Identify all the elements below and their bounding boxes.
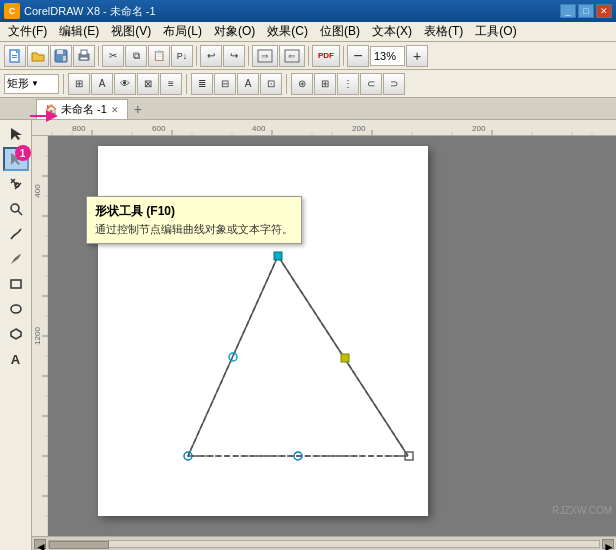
toolbox: 1 A	[0, 120, 32, 550]
menu-effect[interactable]: 效果(C)	[261, 22, 314, 41]
tb2-btn7[interactable]: ⊟	[214, 73, 236, 95]
separator-2	[196, 46, 197, 66]
cut-button[interactable]: ✂	[102, 45, 124, 67]
svg-text:400: 400	[252, 124, 266, 133]
canvas-with-ruler: 400 1200	[32, 136, 616, 536]
tab-bar: 🏠 未命名 -1 ✕ +	[0, 98, 616, 120]
scroll-thumb[interactable]	[49, 541, 109, 549]
close-button[interactable]: ✕	[596, 4, 612, 18]
tb2-btn8[interactable]: A	[237, 73, 259, 95]
menu-object[interactable]: 对象(O)	[208, 22, 261, 41]
tab-label: 未命名 -1	[61, 102, 107, 117]
save-button[interactable]	[50, 45, 72, 67]
export-button[interactable]: ⇐	[279, 45, 305, 67]
property-toolbar: 矩形 ⊞ A 👁 ⊠ ≡ ≣ ⊟ A ⊡ ⊛ ⊞ ⋮ ⊂ ⊃	[0, 70, 616, 98]
separator-t2-3	[286, 74, 287, 94]
tb2-btn13[interactable]: ⊂	[360, 73, 382, 95]
tab-add-button[interactable]: +	[128, 99, 148, 119]
tb2-btn5[interactable]: ≡	[160, 73, 182, 95]
tool-artistic[interactable]	[3, 247, 29, 271]
svg-text:⇐: ⇐	[288, 51, 296, 61]
tb2-btn4[interactable]: ⊠	[137, 73, 159, 95]
undo-button[interactable]: ↩	[200, 45, 222, 67]
tool-rectangle[interactable]	[3, 272, 29, 296]
separator-t2-1	[63, 74, 64, 94]
tab-home-icon: 🏠	[45, 104, 57, 115]
tb2-btn6[interactable]: ≣	[191, 73, 213, 95]
copy-button[interactable]: ⧉	[125, 45, 147, 67]
tb2-btn10[interactable]: ⊛	[291, 73, 313, 95]
svg-text:200: 200	[352, 124, 366, 133]
menu-text[interactable]: 文本(X)	[366, 22, 418, 41]
titlebar: C CorelDRAW X8 - 未命名 -1 _ □ ✕	[0, 0, 616, 22]
tb2-btn11[interactable]: ⊞	[314, 73, 336, 95]
app-icon: C	[4, 3, 20, 19]
tool-shape[interactable]: 1	[3, 147, 29, 171]
scroll-track[interactable]	[48, 540, 600, 548]
separator-t2-2	[186, 74, 187, 94]
maximize-button[interactable]: □	[578, 4, 594, 18]
tab-close-button[interactable]: ✕	[111, 105, 119, 115]
tb2-btn3[interactable]: 👁	[114, 73, 136, 95]
svg-rect-2	[12, 57, 17, 58]
svg-text:1200: 1200	[33, 327, 42, 345]
zoom-out-button[interactable]: −	[347, 45, 369, 67]
menu-edit[interactable]: 编辑(E)	[53, 22, 105, 41]
menubar: 文件(F) 编辑(E) 视图(V) 布局(L) 对象(O) 效果(C) 位图(B…	[0, 22, 616, 42]
tb2-btn1[interactable]: ⊞	[68, 73, 90, 95]
import-button[interactable]: ⇒	[252, 45, 278, 67]
menu-view[interactable]: 视图(V)	[105, 22, 157, 41]
tb2-btn2[interactable]: A	[91, 73, 113, 95]
main-area: 1 A	[0, 120, 616, 550]
paste-button[interactable]: 📋	[148, 45, 170, 67]
horizontal-scrollbar[interactable]: ◄ ►	[32, 536, 616, 550]
shape-tool-tooltip: 形状工具 (F10) 通过控制节点编辑曲线对象或文本字符。	[86, 196, 302, 244]
zoom-in-button[interactable]: +	[406, 45, 428, 67]
tool-freehand[interactable]	[3, 222, 29, 246]
print-button[interactable]	[73, 45, 95, 67]
menu-file[interactable]: 文件(F)	[2, 22, 53, 41]
menu-table[interactable]: 表格(T)	[418, 22, 469, 41]
zoom-input[interactable]: 13%	[370, 46, 405, 66]
tool-text[interactable]: A	[3, 347, 29, 371]
tab-unnamed[interactable]: 🏠 未命名 -1 ✕	[36, 99, 128, 119]
menu-bitmap[interactable]: 位图(B)	[314, 22, 366, 41]
watermark: RJZXW.COM	[552, 505, 612, 516]
svg-rect-18	[11, 280, 21, 288]
window-title: CorelDRAW X8 - 未命名 -1	[24, 4, 560, 19]
svg-rect-5	[63, 56, 66, 61]
drawing-canvas[interactable]: 形状工具 (F10) 通过控制节点编辑曲线对象或文本字符。 RJZXW.COM	[48, 136, 616, 536]
scroll-left-button[interactable]: ◄	[34, 539, 46, 549]
redo-button[interactable]: ↪	[223, 45, 245, 67]
tb2-btn12[interactable]: ⋮	[337, 73, 359, 95]
tool-polygon[interactable]	[3, 322, 29, 346]
tool-ellipse[interactable]	[3, 297, 29, 321]
paste-special-button[interactable]: P↓	[171, 45, 193, 67]
svg-text:800: 800	[72, 124, 86, 133]
separator-4	[308, 46, 309, 66]
zoom-value: 13%	[374, 50, 396, 62]
menu-layout[interactable]: 布局(L)	[157, 22, 208, 41]
toolbar2-tools2: ≣ ⊟ A ⊡	[191, 73, 282, 95]
file-tools	[4, 45, 95, 67]
tool-zoom[interactable]	[3, 197, 29, 221]
shape-selector[interactable]: 矩形	[4, 74, 59, 94]
main-toolbar: ✂ ⧉ 📋 P↓ ↩ ↪ ⇒ ⇐ PDF − 13% +	[0, 42, 616, 70]
svg-text:200: 200	[472, 124, 486, 133]
svg-point-16	[11, 204, 19, 212]
menu-tools[interactable]: 工具(O)	[469, 22, 522, 41]
tooltip-description: 通过控制节点编辑曲线对象或文本字符。	[95, 222, 293, 237]
svg-rect-7	[81, 50, 87, 55]
tool-select[interactable]	[3, 122, 29, 146]
scroll-right-button[interactable]: ►	[602, 539, 614, 549]
tb2-btn9[interactable]: ⊡	[260, 73, 282, 95]
ruler-vertical: 400 1200	[32, 136, 48, 536]
open-button[interactable]	[27, 45, 49, 67]
tb2-btn14[interactable]: ⊃	[383, 73, 405, 95]
tool-crop[interactable]	[3, 172, 29, 196]
minimize-button[interactable]: _	[560, 4, 576, 18]
new-button[interactable]	[4, 45, 26, 67]
shape-selector-label: 矩形	[7, 76, 29, 91]
toolbar2-tools: ⊞ A 👁 ⊠ ≡	[68, 73, 182, 95]
pdf-button[interactable]: PDF	[312, 45, 340, 67]
